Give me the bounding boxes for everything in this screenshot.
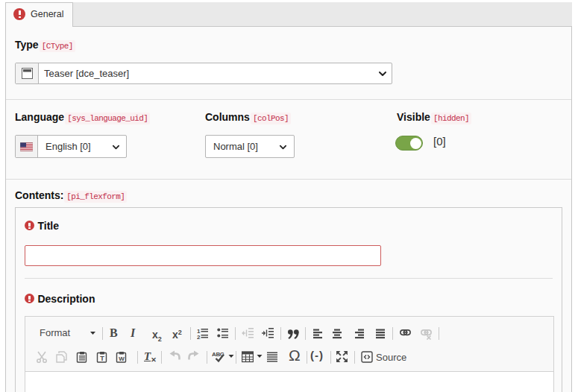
svg-text:2: 2: [197, 334, 201, 340]
svg-text:W: W: [119, 355, 125, 362]
svg-text:T: T: [100, 355, 104, 362]
